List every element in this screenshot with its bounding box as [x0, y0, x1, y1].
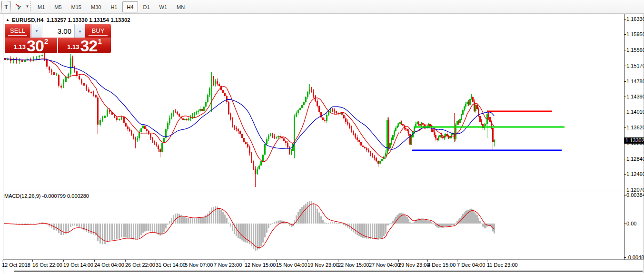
low-value: 1.13154 — [89, 17, 109, 23]
close-value: 1.13302 — [110, 17, 130, 23]
time-axis[interactable] — [4, 260, 624, 271]
open-value: 1.13257 — [47, 17, 67, 23]
ask-price-display[interactable]: 1.13 32 1 — [58, 38, 111, 53]
ask-pips: 32 — [80, 39, 98, 52]
macd-name: MACD(12,26,9) — [4, 193, 40, 199]
platform-screen: T ▼ M1M5M15M30H1H4D1W1MN — [0, 0, 644, 273]
bid-price-display[interactable]: 1.13 30 2 — [5, 38, 57, 53]
macd-signal-value: 0.000280 — [67, 193, 89, 199]
macd-main-value: -0.000799 — [42, 193, 66, 199]
bid-pips: 30 — [27, 39, 44, 52]
one-click-trading-panel: SELL ▼ ▲ BUY 1.13 30 2 1.13 32 1 — [5, 24, 111, 53]
buy-button-label: BUY — [92, 27, 105, 34]
buy-underline — [89, 35, 108, 36]
current-price-badge: 1.13302 — [624, 137, 644, 144]
bid-figure: 1.13 — [14, 43, 26, 50]
price-axis[interactable] — [624, 15, 644, 259]
sell-underline — [8, 35, 27, 36]
symbol-period-label: EURUSD,H4 — [12, 17, 43, 23]
high-value: 1.13330 — [68, 17, 88, 23]
ask-figure: 1.13 — [67, 43, 79, 50]
volume-spinner: ▼ ▲ — [31, 24, 86, 38]
macd-pane[interactable] — [4, 192, 624, 259]
volume-increase-button[interactable]: ▲ — [74, 24, 85, 38]
buy-button[interactable]: BUY — [85, 24, 111, 38]
chart-ohlc-title: ▲EURUSD,H4 1.13257 1.13330 1.13154 1.133… — [6, 17, 130, 23]
sell-button[interactable]: SELL — [5, 24, 30, 38]
volume-input[interactable] — [42, 24, 74, 38]
ask-pipette: 1 — [98, 37, 101, 45]
macd-indicator-label: MACD(12,26,9) -0.000799 0.000280 — [4, 193, 89, 199]
collapse-triangle-icon: ▲ — [6, 18, 10, 22]
volume-decrease-button[interactable]: ▼ — [31, 24, 42, 38]
sell-button-label: SELL — [10, 27, 25, 34]
bid-pipette: 2 — [44, 37, 48, 45]
